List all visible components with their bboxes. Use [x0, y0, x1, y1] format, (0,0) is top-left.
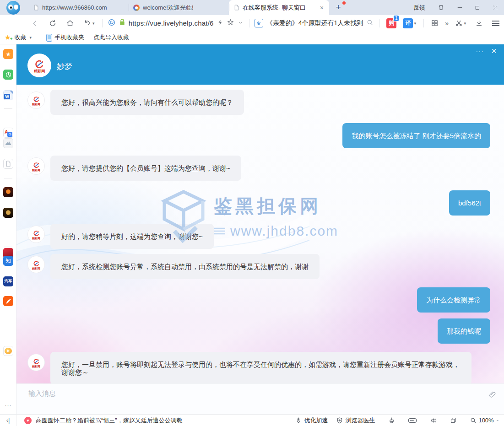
window-close-button[interactable] [486, 0, 504, 15]
agent-avatar: 精彩网 [27, 157, 45, 175]
sidebar-word-doc-icon[interactable]: W [3, 90, 13, 100]
search-icon[interactable] [366, 19, 374, 28]
web-snapshot-icon[interactable] [408, 417, 417, 424]
browser-status-bar: ‹| ♥ 高圆圆怀二胎？婚前被骂“惯三”，嫁赵又廷后遭公公调教 优化加速 浏览器… [0, 414, 504, 426]
maximize-button[interactable] [469, 0, 486, 15]
browser-tab-strip: https://www.966860.com welcome!欢迎光临! 在线客… [0, 0, 504, 15]
favorites-menu[interactable]: 收藏 ▾ [14, 33, 32, 42]
message-row: 那我的钱呢 [16, 318, 504, 344]
adblock-shield-icon[interactable] [108, 18, 116, 28]
suggestion-text[interactable]: 《亲爱的》4个原型还有1人未找到 [266, 19, 363, 27]
user-message-bubble: 为什么会检测异常 [417, 287, 490, 313]
window-layout-icon[interactable] [450, 417, 457, 424]
browser-toolbar: ▾ https://vue.livelyhelp.chat/6 《亲爱的》4个原… [0, 15, 504, 31]
speedup-button[interactable]: 优化加速 [295, 416, 328, 425]
dropdown-icon[interactable]: ▾ [414, 21, 416, 26]
agent-avatar: 精彩网 [27, 92, 45, 109]
site-favicon-icon [133, 5, 140, 11]
bookmark-star-icon[interactable] [227, 18, 234, 28]
zoom-dropdown-icon[interactable]: - [497, 417, 499, 424]
dropdown-icon[interactable]: ▾ [464, 21, 466, 26]
agent-avatar: 精彩网 [27, 226, 45, 243]
tab-1[interactable]: https://www.966860.com [28, 0, 129, 15]
sidebar-game2-icon[interactable] [3, 208, 13, 218]
chat-more-icon[interactable]: ··· [476, 47, 484, 55]
download-icon[interactable] [471, 15, 488, 31]
browser-logo-icon[interactable] [4, 1, 25, 15]
hot-search-suggestion[interactable]: 《亲爱的》4个原型还有1人未找到 [252, 19, 377, 28]
agent-message-bubble: 您好，系统检测您账号异常，系统自动禁用，由系统禁用的号是无法解禁的，谢谢 [50, 254, 320, 279]
agent-avatar: 精彩网 [27, 54, 51, 77]
skin-theme-icon[interactable] [431, 0, 451, 15]
news-heart-icon: ♥ [24, 417, 32, 424]
shopping-button[interactable]: 购 1 [382, 15, 401, 31]
agent-message-bubble: 您好，一旦禁用，账号将即刻起无法登录与使用的，也将不在享受任何的优惠的，如需游戏… [50, 352, 471, 383]
message-row: 精彩网 您好，系统检测您账号异常，系统自动禁用，由系统禁用的号是无法解禁的，谢谢 [16, 254, 504, 279]
sidebar-bird-app-icon[interactable] [3, 138, 13, 148]
tab-3-active[interactable]: 在线客服系统- 聊天窗口 × [229, 0, 329, 15]
chat-close-icon[interactable]: × [491, 46, 497, 55]
minimize-button[interactable] [451, 0, 469, 15]
screenshot-scissors-icon[interactable]: ▾ [450, 15, 471, 31]
sidebar-zhihu-icon[interactable]: 知 [3, 256, 13, 266]
chevron-down-icon[interactable] [238, 19, 244, 27]
message-input[interactable] [28, 389, 477, 410]
sidebar-auto-icon[interactable]: 汽车 [3, 276, 13, 286]
bookmarks-bar: ★ + 收藏 ▾ 手机收藏夹 点此导入收藏 [0, 31, 504, 44]
main-menu-icon[interactable] [488, 15, 504, 31]
agent-name: 妙梦 [57, 61, 72, 72]
sidebar-more-icon[interactable]: ··· [0, 402, 16, 409]
apps-grid-icon[interactable] [426, 15, 443, 31]
feedback-button[interactable]: 反馈 [407, 0, 431, 15]
translate-button[interactable]: 译 ▾ [401, 15, 421, 31]
mute-speaker-icon[interactable] [430, 417, 437, 424]
recently-closed-button[interactable]: ▾ [79, 15, 99, 31]
tab-label: https://www.966860.com [42, 4, 124, 11]
home-button[interactable] [61, 15, 79, 31]
brand-logo-icon [34, 59, 45, 70]
ssl-padlock-icon[interactable] [119, 18, 125, 28]
sidebar-favorites-icon[interactable]: ★ [3, 49, 13, 59]
sidebar-video-app-icon[interactable] [3, 346, 13, 356]
mobile-favorites-folder[interactable]: 手机收藏夹 [46, 33, 84, 42]
message-row: 我的账号怎么被冻结了 刚才还要5倍流水的 [16, 123, 504, 148]
user-message-bubble: bdf562t [449, 190, 490, 216]
tab-close-icon[interactable]: × [319, 4, 325, 11]
url-text[interactable]: https://vue.livelyhelp.chat/6 [129, 19, 214, 27]
agent-message-bubble: 您好，很高兴能为您服务，请问有什么可以帮助您的呢？ [50, 90, 244, 115]
brand-name: 精彩网 [34, 70, 45, 73]
browser-sidebar: ★ W AG 知 汽车 ··· [0, 44, 16, 414]
chat-message-area: 鉴黑担保网 www.jhdb8.com 精彩网 您好，很高兴能为您服务，请问有什… [16, 85, 504, 383]
zoom-control[interactable]: 100% - [470, 417, 499, 424]
flash-icon[interactable] [217, 19, 223, 28]
chat-window: ··· × 精彩网 妙梦 鉴黑担保网 [16, 44, 504, 414]
chat-input-panel [16, 383, 504, 414]
tab-2[interactable]: welcome!欢迎光临! [129, 0, 229, 15]
sidebar-swoosh-app-icon[interactable] [3, 296, 13, 306]
refresh-button[interactable] [44, 15, 61, 31]
message-row: 精彩网 您好，请您提供您的【会员账号】这端为您查询，谢谢~ [16, 156, 504, 181]
phone-icon [46, 34, 52, 42]
chat-header: ··· × 精彩网 妙梦 [16, 44, 504, 85]
browser-doctor-button[interactable]: 浏览器医生 [336, 416, 375, 425]
news-ticker[interactable]: 高圆圆怀二胎？婚前被骂“惯三”，嫁赵又廷后遭公公调教 [36, 416, 183, 425]
toolbar-overflow-icon[interactable]: » [443, 15, 450, 31]
address-bar[interactable]: https://vue.livelyhelp.chat/6 [105, 18, 246, 28]
back-button[interactable] [27, 15, 44, 31]
tab-label: welcome!欢迎光临! [143, 4, 224, 12]
sidebar-translate-icon[interactable]: AG [3, 128, 13, 138]
message-row: 精彩网 您好，很高兴能为您服务，请问有什么可以帮助您的呢？ [16, 90, 504, 115]
sidebar-history-icon[interactable] [3, 70, 13, 80]
agent-message-bubble: 好的，请您稍等片刻，这端为您查询，谢谢您~ [50, 224, 214, 249]
sidebar-blank-page-icon[interactable] [3, 159, 13, 169]
collapse-sidebar-icon[interactable]: ‹| [0, 415, 16, 426]
image-paw-icon [255, 19, 263, 27]
cleaner-broom-icon[interactable] [388, 417, 395, 424]
dropdown-icon[interactable]: ▾ [92, 21, 95, 26]
agent-avatar: 精彩网 [27, 354, 45, 371]
attachment-paperclip-icon[interactable] [488, 390, 497, 400]
message-row: bdf562t [16, 190, 504, 216]
zoom-level[interactable]: 100% [478, 417, 493, 424]
import-bookmarks-link[interactable]: 点此导入收藏 [93, 33, 129, 42]
sidebar-game1-icon[interactable] [3, 187, 13, 197]
